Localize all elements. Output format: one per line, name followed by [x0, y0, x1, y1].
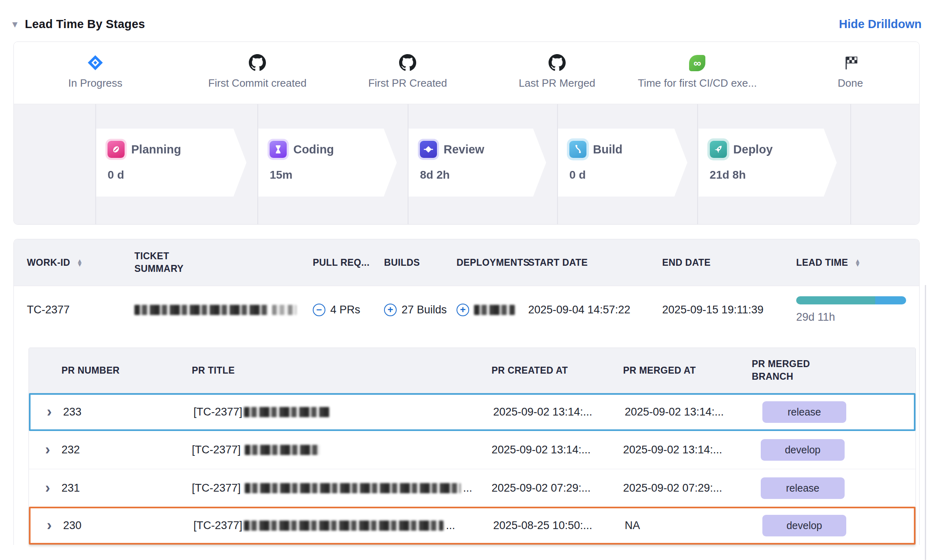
sort-work-id-button[interactable]: ▲▼ [77, 259, 83, 267]
milestone-separator [257, 104, 258, 224]
pull-requests-count: 4 PRs [330, 304, 360, 316]
pr-title: [TC-2377]... [192, 482, 492, 494]
milestone-label: Done [781, 77, 920, 90]
cicd-icon: ∞ [628, 42, 766, 71]
column-pr-title: PR TITLE [192, 365, 492, 376]
column-label: PR TITLE [192, 365, 235, 376]
github-icon [188, 42, 327, 71]
pr-title-ellipsis: ... [446, 519, 455, 532]
lead-time-bar-teal-segment [796, 296, 875, 304]
column-end-date: END DATE [662, 257, 796, 268]
pr-created-at: 2025-09-02 13:14:... [492, 444, 623, 456]
branch-badge: develop [761, 439, 845, 461]
pr-row-230[interactable]: › 230 [TC-2377]... 2025-08-25 10:50:... … [29, 507, 915, 545]
section-header: ▾ Lead Time By Stages Hide Drilldown [0, 0, 933, 39]
branch-badge: release [762, 401, 846, 423]
milestone-label: Last PR Merged [488, 77, 626, 90]
pr-created-at: 2025-09-02 07:29:... [492, 482, 623, 494]
pull-requests-table: PR NUMBER PR TITLE PR CREATED AT PR MERG… [29, 348, 916, 545]
column-deployments: DEPLOYMENTS [457, 257, 528, 268]
expand-row-chevron-icon[interactable]: › [47, 520, 52, 532]
milestone-in-progress: In Progress [26, 42, 165, 90]
pr-title-prefix: [TC-2377] [192, 444, 241, 456]
jira-status-icon [26, 42, 165, 71]
pr-title-prefix: [TC-2377] [192, 482, 241, 494]
page-title: Lead Time By Stages [25, 18, 145, 31]
pr-row-233[interactable]: › 233 [TC-2377] 2025-09-02 13:14:... 202… [29, 393, 915, 431]
redacted-text [244, 407, 329, 417]
column-start-date: START DATE [528, 257, 662, 268]
stage-name: Build [593, 143, 623, 156]
column-label: PR MERGED AT [623, 365, 696, 376]
column-work-id: WORK-ID ▲▼ [27, 257, 134, 268]
pr-row-232[interactable]: › 232 [TC-2377] 2025-09-02 13:14:... 202… [29, 431, 915, 469]
collapse-prs-icon[interactable]: − [313, 304, 325, 316]
redacted-text [134, 305, 269, 315]
redacted-text [272, 305, 296, 315]
redacted-text [245, 483, 461, 493]
expand-builds-icon[interactable]: + [384, 304, 397, 316]
stage-duration: 0 d [569, 168, 687, 182]
stage-build: Build 0 d [558, 129, 687, 197]
pr-merged-at: 2025-09-02 13:14:... [625, 406, 753, 418]
milestone-row: In Progress First Commit created First P… [14, 42, 919, 104]
ticket-summary-redacted [134, 305, 313, 315]
milestone-label: First Commit created [188, 77, 327, 90]
redacted-text [474, 305, 515, 315]
builds-cell: + 27 Builds [384, 304, 457, 316]
milestone-done: Done [781, 42, 920, 90]
milestone-separator [697, 104, 698, 224]
stage-name: Review [443, 143, 484, 156]
stage-duration: 21d 8h [710, 168, 837, 182]
column-ticket-summary: TICKET SUMMARY [134, 250, 313, 275]
redacted-text [244, 521, 443, 531]
milestone-label: In Progress [26, 77, 165, 90]
branch-badge: develop [762, 515, 846, 536]
pr-created-at: 2025-08-25 10:50:... [493, 519, 625, 532]
planning-pen-icon [108, 141, 125, 158]
collapse-section-icon[interactable]: ▾ [12, 19, 18, 29]
hide-drilldown-link[interactable]: Hide Drilldown [839, 18, 922, 31]
expand-row-chevron-icon[interactable]: › [47, 406, 52, 418]
lead-time-bar [796, 296, 906, 304]
pr-row-231[interactable]: › 231 [TC-2377]... 2025-09-02 07:29:... … [29, 469, 915, 507]
pr-title: [TC-2377] [192, 444, 492, 456]
stage-duration: 0 d [108, 168, 246, 182]
pr-title: [TC-2377] [193, 406, 493, 418]
stage-name: Coding [293, 143, 334, 156]
milestone-separator [408, 104, 408, 224]
github-icon [338, 42, 477, 71]
pr-number: 231 [61, 482, 192, 494]
deployments-cell: + [457, 304, 528, 316]
pr-number: 233 [63, 406, 193, 418]
sort-lead-time-button[interactable]: ▲▼ [855, 259, 861, 267]
milestone-separator [850, 104, 851, 224]
stage-duration: 8d 2h [420, 168, 546, 182]
work-item-row[interactable]: TC-2377 − 4 PRs + 27 Builds + 2025-09-04… [14, 286, 919, 333]
expand-deployments-icon[interactable]: + [457, 304, 469, 316]
builds-count: 27 Builds [402, 304, 447, 316]
column-pr-created-at: PR CREATED AT [492, 365, 623, 376]
pr-table-header: PR NUMBER PR TITLE PR CREATED AT PR MERG… [29, 348, 915, 393]
end-date-value: 2025-09-15 19:11:39 [662, 304, 796, 316]
build-hook-icon [569, 141, 586, 158]
column-pr-merged-at: PR MERGED AT [623, 365, 752, 376]
scrollbar-track[interactable] [925, 285, 926, 560]
stage-review: Review 8d 2h [408, 129, 546, 197]
expand-row-chevron-icon[interactable]: › [45, 482, 50, 494]
lead-time-stages-card: In Progress First Commit created First P… [13, 42, 920, 225]
column-label: LEAD TIME [796, 257, 848, 268]
rocket-icon [710, 141, 727, 158]
pr-merged-at: 2025-09-02 07:29:... [623, 482, 752, 494]
expand-row-chevron-icon[interactable]: › [45, 444, 50, 456]
column-label: START DATE [528, 257, 588, 268]
branch-badge: release [761, 477, 845, 499]
lead-time-value: 29d 11h [796, 311, 919, 324]
stage-planning: Planning 0 d [96, 129, 246, 197]
pr-merged-at: NA [625, 519, 753, 532]
stage-duration: 15m [270, 168, 397, 182]
column-pr-merged-branch: PR MERGED BRANCH [752, 358, 915, 383]
finish-flag-icon [781, 42, 920, 71]
pr-created-at: 2025-09-02 13:14:... [493, 406, 625, 418]
work-id-value: TC-2377 [27, 304, 134, 316]
